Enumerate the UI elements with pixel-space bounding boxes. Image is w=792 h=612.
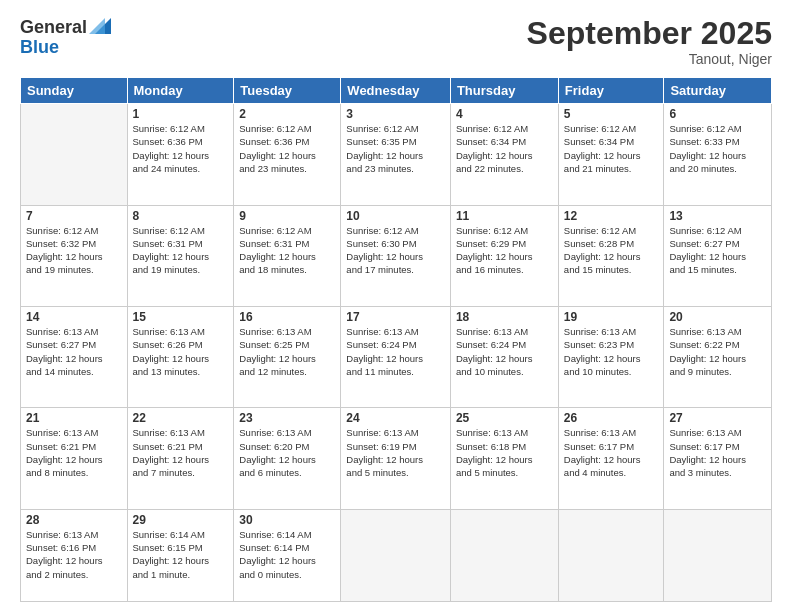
week-row-2: 7Sunrise: 6:12 AM Sunset: 6:32 PM Daylig… — [21, 205, 772, 306]
calendar-cell: 15Sunrise: 6:13 AM Sunset: 6:26 PM Dayli… — [127, 307, 234, 408]
calendar-cell: 4Sunrise: 6:12 AM Sunset: 6:34 PM Daylig… — [450, 104, 558, 205]
cell-info: Sunrise: 6:13 AM Sunset: 6:17 PM Dayligh… — [669, 426, 766, 479]
logo: General Blue — [20, 16, 111, 56]
cell-info: Sunrise: 6:13 AM Sunset: 6:25 PM Dayligh… — [239, 325, 335, 378]
cell-info: Sunrise: 6:12 AM Sunset: 6:30 PM Dayligh… — [346, 224, 445, 277]
logo-icon — [89, 16, 111, 38]
calendar-cell — [341, 509, 451, 601]
cell-info: Sunrise: 6:12 AM Sunset: 6:31 PM Dayligh… — [239, 224, 335, 277]
page: General Blue September 2025 Tanout, Nige… — [0, 0, 792, 612]
title-section: September 2025 Tanout, Niger — [527, 16, 772, 67]
calendar-cell: 18Sunrise: 6:13 AM Sunset: 6:24 PM Dayli… — [450, 307, 558, 408]
calendar-cell: 20Sunrise: 6:13 AM Sunset: 6:22 PM Dayli… — [664, 307, 772, 408]
cell-info: Sunrise: 6:13 AM Sunset: 6:23 PM Dayligh… — [564, 325, 659, 378]
cell-date: 29 — [133, 513, 229, 527]
calendar: SundayMondayTuesdayWednesdayThursdayFrid… — [20, 77, 772, 602]
calendar-cell — [21, 104, 128, 205]
cell-date: 7 — [26, 209, 122, 223]
cell-date: 28 — [26, 513, 122, 527]
cell-info: Sunrise: 6:12 AM Sunset: 6:31 PM Dayligh… — [133, 224, 229, 277]
day-header-saturday: Saturday — [664, 78, 772, 104]
calendar-table: SundayMondayTuesdayWednesdayThursdayFrid… — [20, 77, 772, 602]
cell-info: Sunrise: 6:13 AM Sunset: 6:27 PM Dayligh… — [26, 325, 122, 378]
calendar-cell: 22Sunrise: 6:13 AM Sunset: 6:21 PM Dayli… — [127, 408, 234, 509]
calendar-header-row: SundayMondayTuesdayWednesdayThursdayFrid… — [21, 78, 772, 104]
calendar-cell: 30Sunrise: 6:14 AM Sunset: 6:14 PM Dayli… — [234, 509, 341, 601]
calendar-cell: 28Sunrise: 6:13 AM Sunset: 6:16 PM Dayli… — [21, 509, 128, 601]
calendar-cell: 7Sunrise: 6:12 AM Sunset: 6:32 PM Daylig… — [21, 205, 128, 306]
cell-date: 23 — [239, 411, 335, 425]
week-row-4: 21Sunrise: 6:13 AM Sunset: 6:21 PM Dayli… — [21, 408, 772, 509]
cell-date: 21 — [26, 411, 122, 425]
calendar-cell: 8Sunrise: 6:12 AM Sunset: 6:31 PM Daylig… — [127, 205, 234, 306]
calendar-cell: 6Sunrise: 6:12 AM Sunset: 6:33 PM Daylig… — [664, 104, 772, 205]
cell-date: 26 — [564, 411, 659, 425]
cell-date: 27 — [669, 411, 766, 425]
cell-info: Sunrise: 6:13 AM Sunset: 6:20 PM Dayligh… — [239, 426, 335, 479]
calendar-cell: 10Sunrise: 6:12 AM Sunset: 6:30 PM Dayli… — [341, 205, 451, 306]
cell-info: Sunrise: 6:13 AM Sunset: 6:21 PM Dayligh… — [26, 426, 122, 479]
calendar-cell: 23Sunrise: 6:13 AM Sunset: 6:20 PM Dayli… — [234, 408, 341, 509]
cell-date: 16 — [239, 310, 335, 324]
day-header-wednesday: Wednesday — [341, 78, 451, 104]
cell-date: 22 — [133, 411, 229, 425]
week-row-5: 28Sunrise: 6:13 AM Sunset: 6:16 PM Dayli… — [21, 509, 772, 601]
cell-info: Sunrise: 6:13 AM Sunset: 6:24 PM Dayligh… — [346, 325, 445, 378]
cell-info: Sunrise: 6:12 AM Sunset: 6:35 PM Dayligh… — [346, 122, 445, 175]
calendar-cell: 25Sunrise: 6:13 AM Sunset: 6:18 PM Dayli… — [450, 408, 558, 509]
cell-date: 14 — [26, 310, 122, 324]
cell-date: 6 — [669, 107, 766, 121]
day-header-thursday: Thursday — [450, 78, 558, 104]
cell-date: 8 — [133, 209, 229, 223]
calendar-cell: 9Sunrise: 6:12 AM Sunset: 6:31 PM Daylig… — [234, 205, 341, 306]
cell-info: Sunrise: 6:14 AM Sunset: 6:14 PM Dayligh… — [239, 528, 335, 581]
cell-info: Sunrise: 6:12 AM Sunset: 6:32 PM Dayligh… — [26, 224, 122, 277]
location: Tanout, Niger — [527, 51, 772, 67]
svg-marker-1 — [89, 18, 105, 34]
logo-blue-text: Blue — [20, 38, 111, 56]
cell-date: 4 — [456, 107, 553, 121]
day-header-monday: Monday — [127, 78, 234, 104]
calendar-cell: 16Sunrise: 6:13 AM Sunset: 6:25 PM Dayli… — [234, 307, 341, 408]
calendar-body: 1Sunrise: 6:12 AM Sunset: 6:36 PM Daylig… — [21, 104, 772, 602]
calendar-cell: 5Sunrise: 6:12 AM Sunset: 6:34 PM Daylig… — [558, 104, 664, 205]
cell-info: Sunrise: 6:12 AM Sunset: 6:28 PM Dayligh… — [564, 224, 659, 277]
cell-date: 24 — [346, 411, 445, 425]
calendar-cell: 11Sunrise: 6:12 AM Sunset: 6:29 PM Dayli… — [450, 205, 558, 306]
cell-info: Sunrise: 6:12 AM Sunset: 6:33 PM Dayligh… — [669, 122, 766, 175]
cell-date: 5 — [564, 107, 659, 121]
month-title: September 2025 — [527, 16, 772, 51]
calendar-cell: 2Sunrise: 6:12 AM Sunset: 6:36 PM Daylig… — [234, 104, 341, 205]
calendar-cell: 14Sunrise: 6:13 AM Sunset: 6:27 PM Dayli… — [21, 307, 128, 408]
cell-info: Sunrise: 6:13 AM Sunset: 6:16 PM Dayligh… — [26, 528, 122, 581]
calendar-cell — [664, 509, 772, 601]
cell-date: 17 — [346, 310, 445, 324]
calendar-cell: 13Sunrise: 6:12 AM Sunset: 6:27 PM Dayli… — [664, 205, 772, 306]
cell-date: 18 — [456, 310, 553, 324]
cell-date: 3 — [346, 107, 445, 121]
cell-info: Sunrise: 6:12 AM Sunset: 6:27 PM Dayligh… — [669, 224, 766, 277]
calendar-cell: 12Sunrise: 6:12 AM Sunset: 6:28 PM Dayli… — [558, 205, 664, 306]
cell-info: Sunrise: 6:12 AM Sunset: 6:36 PM Dayligh… — [239, 122, 335, 175]
cell-info: Sunrise: 6:13 AM Sunset: 6:17 PM Dayligh… — [564, 426, 659, 479]
cell-info: Sunrise: 6:13 AM Sunset: 6:19 PM Dayligh… — [346, 426, 445, 479]
cell-info: Sunrise: 6:13 AM Sunset: 6:22 PM Dayligh… — [669, 325, 766, 378]
cell-date: 11 — [456, 209, 553, 223]
calendar-cell: 19Sunrise: 6:13 AM Sunset: 6:23 PM Dayli… — [558, 307, 664, 408]
header: General Blue September 2025 Tanout, Nige… — [20, 16, 772, 67]
cell-info: Sunrise: 6:13 AM Sunset: 6:26 PM Dayligh… — [133, 325, 229, 378]
cell-date: 25 — [456, 411, 553, 425]
cell-info: Sunrise: 6:12 AM Sunset: 6:29 PM Dayligh… — [456, 224, 553, 277]
cell-date: 12 — [564, 209, 659, 223]
calendar-cell: 26Sunrise: 6:13 AM Sunset: 6:17 PM Dayli… — [558, 408, 664, 509]
cell-info: Sunrise: 6:12 AM Sunset: 6:34 PM Dayligh… — [456, 122, 553, 175]
calendar-cell: 27Sunrise: 6:13 AM Sunset: 6:17 PM Dayli… — [664, 408, 772, 509]
calendar-cell — [558, 509, 664, 601]
calendar-cell — [450, 509, 558, 601]
week-row-3: 14Sunrise: 6:13 AM Sunset: 6:27 PM Dayli… — [21, 307, 772, 408]
calendar-cell: 24Sunrise: 6:13 AM Sunset: 6:19 PM Dayli… — [341, 408, 451, 509]
cell-info: Sunrise: 6:13 AM Sunset: 6:24 PM Dayligh… — [456, 325, 553, 378]
calendar-cell: 1Sunrise: 6:12 AM Sunset: 6:36 PM Daylig… — [127, 104, 234, 205]
cell-date: 15 — [133, 310, 229, 324]
cell-info: Sunrise: 6:13 AM Sunset: 6:21 PM Dayligh… — [133, 426, 229, 479]
